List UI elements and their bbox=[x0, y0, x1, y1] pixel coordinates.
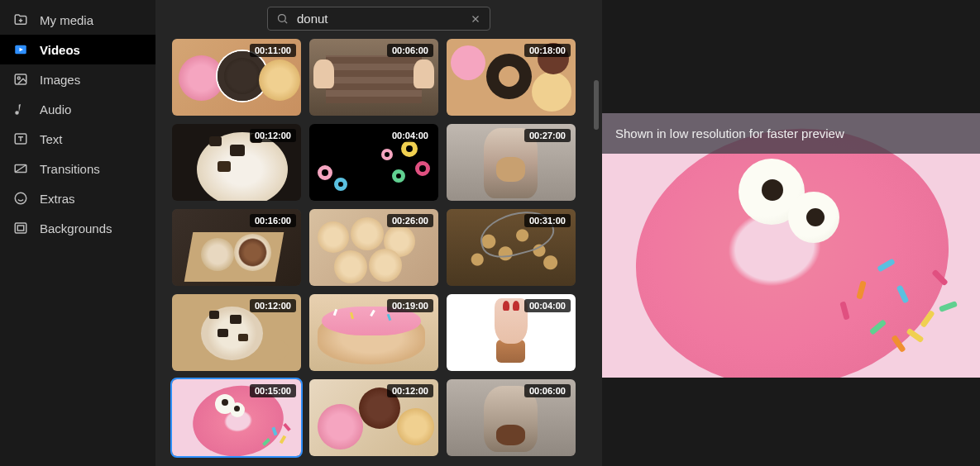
sidebar-item-backgrounds[interactable]: Backgrounds bbox=[0, 213, 155, 243]
svg-rect-8 bbox=[17, 226, 24, 231]
sidebar-item-videos[interactable]: Videos bbox=[0, 35, 155, 64]
clear-search-icon[interactable] bbox=[470, 13, 481, 25]
preview-banner: Shown in low resolution for faster previ… bbox=[602, 113, 980, 154]
sidebar-item-text[interactable]: Text bbox=[0, 124, 155, 154]
media-thumb[interactable]: 00:04:00 bbox=[447, 294, 576, 371]
text-icon bbox=[13, 131, 28, 146]
sidebar-item-audio[interactable]: Audio bbox=[0, 94, 155, 124]
media-thumb[interactable]: 00:06:00 bbox=[309, 39, 438, 116]
sidebar-item-transitions[interactable]: Transitions bbox=[0, 154, 155, 183]
duration-badge: 00:19:00 bbox=[387, 299, 433, 312]
media-thumb[interactable]: 00:16:00 bbox=[172, 209, 301, 286]
duration-badge: 00:16:00 bbox=[250, 214, 296, 227]
duration-badge: 00:12:00 bbox=[250, 129, 296, 142]
duration-badge: 00:04:00 bbox=[524, 299, 571, 312]
duration-badge: 00:31:00 bbox=[524, 214, 571, 227]
media-thumb[interactable]: 00:19:00 bbox=[309, 294, 438, 371]
preview-panel: Shown in low resolution for faster previ… bbox=[602, 0, 980, 466]
sidebar-item-label: Audio bbox=[40, 102, 71, 116]
media-thumb[interactable]: 00:11:00 bbox=[172, 39, 301, 116]
media-thumb[interactable]: 00:04:00 bbox=[309, 124, 438, 201]
sidebar: My media Videos Images Audio Text Transi… bbox=[0, 0, 155, 466]
duration-badge: 00:12:00 bbox=[387, 384, 433, 397]
media-grid-scroll[interactable]: 00:11:00 00:06:00 00:18:00 bbox=[155, 39, 602, 466]
sidebar-item-label: My media bbox=[40, 13, 93, 27]
search-icon bbox=[276, 12, 289, 25]
media-thumb[interactable]: 00:18:00 bbox=[447, 39, 576, 116]
duration-badge: 00:12:00 bbox=[250, 299, 296, 312]
duration-badge: 00:26:00 bbox=[387, 214, 433, 227]
image-icon bbox=[13, 72, 28, 87]
media-thumb[interactable]: 00:06:00 bbox=[447, 379, 576, 456]
sidebar-item-label: Videos bbox=[40, 43, 80, 57]
duration-badge: 00:15:00 bbox=[250, 384, 296, 397]
video-icon bbox=[13, 42, 28, 57]
svg-point-3 bbox=[17, 77, 20, 79]
sidebar-item-label: Backgrounds bbox=[40, 221, 112, 235]
svg-point-9 bbox=[279, 15, 286, 22]
media-thumb[interactable]: 00:12:00 bbox=[309, 379, 438, 456]
search-row bbox=[155, 0, 602, 39]
media-grid: 00:11:00 00:06:00 00:18:00 bbox=[172, 39, 586, 456]
sidebar-item-extras[interactable]: Extras bbox=[0, 183, 155, 213]
duration-badge: 00:27:00 bbox=[524, 129, 571, 142]
duration-badge: 00:06:00 bbox=[387, 44, 433, 57]
sidebar-item-label: Images bbox=[40, 73, 80, 87]
scrollbar-thumb[interactable] bbox=[594, 80, 599, 130]
extras-icon bbox=[13, 191, 28, 206]
search-input[interactable] bbox=[297, 12, 461, 26]
sidebar-item-label: Extras bbox=[40, 192, 75, 206]
media-panel: 00:11:00 00:06:00 00:18:00 bbox=[155, 0, 602, 466]
transitions-icon bbox=[13, 161, 28, 176]
duration-badge: 00:06:00 bbox=[524, 384, 571, 397]
media-thumb[interactable]: 00:27:00 bbox=[447, 124, 576, 201]
sidebar-item-images[interactable]: Images bbox=[0, 64, 155, 94]
sidebar-item-my-media[interactable]: My media bbox=[0, 5, 155, 35]
svg-point-6 bbox=[15, 193, 26, 204]
backgrounds-icon bbox=[13, 221, 28, 235]
sidebar-item-label: Transitions bbox=[40, 162, 100, 176]
preview-image: Shown in low resolution for faster previ… bbox=[602, 113, 980, 378]
search-box[interactable] bbox=[267, 7, 490, 31]
media-thumb[interactable]: 00:12:00 bbox=[172, 294, 301, 371]
folder-icon bbox=[13, 12, 28, 27]
media-thumb[interactable]: 00:26:00 bbox=[309, 209, 438, 286]
svg-rect-7 bbox=[15, 223, 26, 233]
duration-badge: 00:04:00 bbox=[387, 129, 433, 142]
audio-icon bbox=[13, 102, 28, 116]
duration-badge: 00:11:00 bbox=[250, 44, 296, 57]
media-thumb[interactable]: 00:31:00 bbox=[447, 209, 576, 286]
media-thumb[interactable]: 00:12:00 bbox=[172, 124, 301, 201]
media-thumb[interactable]: 00:15:00 bbox=[172, 379, 301, 456]
sidebar-item-label: Text bbox=[40, 132, 63, 146]
duration-badge: 00:18:00 bbox=[524, 44, 571, 57]
